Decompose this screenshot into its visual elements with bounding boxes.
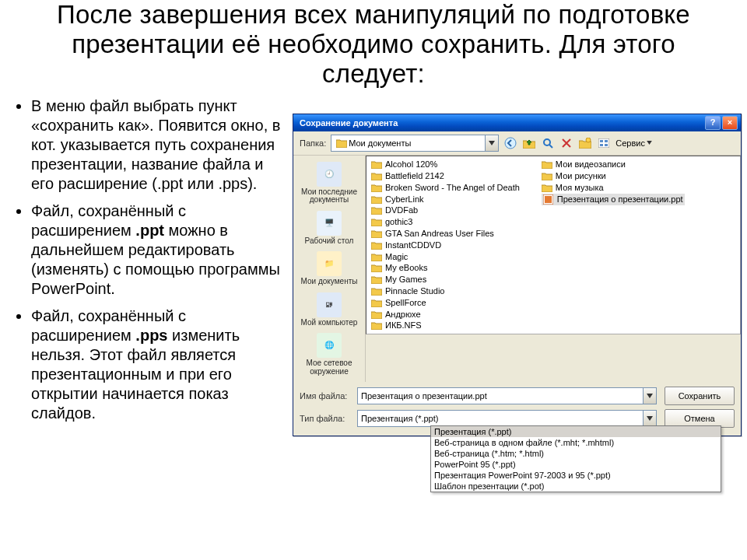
place-my-computer[interactable]: 🖳 Мой компьютер [293, 289, 365, 331]
folder-item[interactable]: Моя музыка [542, 182, 685, 194]
file-item-ppt[interactable]: Презентация о презентации.ppt [542, 194, 685, 205]
folder-icon [371, 183, 382, 192]
cancel-button-label: Отмена [684, 414, 714, 423]
svg-rect-4 [600, 140, 603, 142]
file-listing[interactable]: Alcohol 120%Battlefield 2142Broken Sword… [366, 156, 741, 334]
dropdown-button[interactable] [643, 388, 656, 404]
folder-icon [542, 183, 552, 192]
folder-item[interactable]: Андрюхе [371, 308, 520, 320]
place-label: Мой компьютер [301, 319, 358, 327]
file-name: Magic [385, 252, 408, 261]
svg-point-1 [544, 139, 550, 145]
save-button[interactable]: Сохранить [665, 387, 735, 405]
folder-item[interactable]: InstantCDDVD [371, 239, 520, 250]
filetype-option[interactable]: Презентация PowerPoint 97-2003 и 95 (*.p… [431, 470, 721, 481]
folder-dropdown[interactable]: Мои документы [331, 135, 499, 152]
folder-item[interactable]: Magic [371, 250, 520, 262]
save-as-dialog: Сохранение документа ? × Папка: Мои доку… [293, 114, 742, 437]
place-label: Рабочий стол [305, 237, 354, 246]
file-name: InstantCDDVD [385, 240, 441, 250]
folder-item[interactable]: Pinnacle Studio [371, 285, 520, 297]
search-icon[interactable] [541, 136, 555, 150]
file-name: Battlefield 2142 [385, 171, 444, 180]
my-documents-icon: 📁 [324, 260, 334, 268]
chevron-down-icon [647, 394, 653, 398]
folder-item[interactable]: Мои видеозаписи [542, 159, 685, 170]
folder-item[interactable]: gothic3 [371, 216, 520, 228]
filename-value: Презентация о презентации.ppt [361, 391, 487, 401]
file-name: My eBooks [385, 263, 427, 272]
dropdown-button[interactable] [643, 411, 656, 426]
folder-item[interactable]: SpellForce [371, 296, 520, 308]
file-name: gothic3 [385, 217, 412, 226]
bullet-item: В меню файл выбрать пункт «сохранить как… [31, 96, 286, 194]
folder-icon [371, 194, 382, 204]
chevron-down-icon [489, 141, 495, 145]
folder-item[interactable]: CyberLink [371, 193, 520, 205]
folder-item[interactable]: Broken Sword - The Angel of Death [371, 181, 520, 193]
place-label: Мое сетевое окружение [295, 359, 363, 376]
back-icon[interactable] [503, 136, 517, 150]
delete-icon[interactable] [559, 136, 573, 150]
folder-icon [371, 205, 382, 215]
filetype-option[interactable]: Веб-страница (*.htm; *.html) [431, 448, 721, 459]
folder-icon [371, 229, 382, 238]
new-folder-icon[interactable] [578, 136, 592, 150]
dropdown-button[interactable] [485, 135, 498, 151]
filetype-option[interactable]: PowerPoint 95 (*.ppt) [431, 459, 721, 470]
views-icon[interactable] [597, 136, 611, 150]
ppt-file-icon [543, 194, 554, 204]
dialog-bottom: Имя файла: Презентация о презентации.ppt… [293, 382, 741, 436]
svg-rect-9 [545, 196, 552, 203]
folder-item[interactable]: Мои рисунки [542, 170, 685, 182]
file-name: ИКБ.NFS [385, 320, 422, 330]
folder-item[interactable]: ИКБ.NFS [371, 320, 520, 331]
svg-rect-3 [598, 138, 609, 148]
filetype-options-list[interactable]: Презентация (*.ppt)Веб-страница в одном … [430, 425, 721, 492]
location-toolbar: Папка: Мои документы [293, 131, 741, 156]
filetype-option[interactable]: Презентация (*.ppt) [431, 426, 721, 437]
place-my-documents[interactable]: 📁 Мои документы [293, 248, 365, 289]
filename-input[interactable]: Презентация о презентации.ppt [357, 387, 657, 404]
file-name: Моя музыка [556, 183, 604, 192]
svg-point-0 [505, 138, 516, 149]
bullet-item: Файл, сохранённый с расширением .ppt мож… [31, 201, 286, 299]
folder-item[interactable]: DVDFab [371, 205, 520, 216]
file-name: Pinnacle Studio [385, 286, 444, 296]
text-column: В меню файл выбрать пункт «сохранить как… [14, 96, 286, 431]
folder-icon [371, 286, 382, 296]
folder-icon [371, 240, 382, 250]
place-desktop[interactable]: 🖥️ Рабочий стол [293, 208, 365, 249]
up-one-level-icon[interactable] [522, 136, 536, 150]
folder-icon [542, 159, 552, 169]
folder-item[interactable]: GTA San Andreas User Files [371, 228, 520, 240]
svg-rect-7 [605, 144, 608, 146]
dialog-title: Сохранение документа [300, 118, 398, 128]
tools-menu[interactable]: Сервис [615, 138, 652, 148]
folder-icon [371, 252, 382, 261]
svg-point-2 [586, 138, 591, 142]
filetype-option[interactable]: Веб-страница в одном файле (*.mht; *.mht… [431, 437, 721, 448]
help-button[interactable]: ? [705, 116, 721, 130]
filetype-option[interactable]: Шаблон презентации (*.pot) [431, 481, 721, 492]
folder-item[interactable]: Alcohol 120% [371, 159, 520, 170]
folder-icon [371, 217, 382, 226]
folder-label: Папка: [300, 138, 326, 148]
folder-item[interactable]: My Games [371, 274, 520, 285]
folder-item[interactable]: Battlefield 2142 [371, 170, 520, 182]
file-name: SpellForce [385, 298, 426, 307]
place-network[interactable]: 🌐 Мое сетевое окружение [293, 330, 365, 379]
folder-icon [542, 171, 552, 180]
my-computer-icon: 🖳 [325, 301, 333, 310]
folder-item[interactable]: My eBooks [371, 262, 520, 274]
place-recent[interactable]: 🕘 Мои последние документы [293, 159, 365, 208]
dialog-body: 🕘 Мои последние документы 🖥️ Рабочий сто… [293, 156, 741, 383]
filetype-dropdown[interactable]: Презентация (*.ppt) [357, 410, 657, 427]
tools-label: Сервис [615, 138, 645, 148]
file-name: Мои видеозаписи [556, 159, 626, 169]
chevron-down-icon [647, 416, 653, 421]
slide-title: После завершения всех манипуляций по под… [14, 0, 733, 96]
close-button[interactable]: × [722, 116, 738, 130]
folder-icon [371, 310, 382, 319]
dialog-titlebar[interactable]: Сохранение документа ? × [293, 114, 741, 131]
